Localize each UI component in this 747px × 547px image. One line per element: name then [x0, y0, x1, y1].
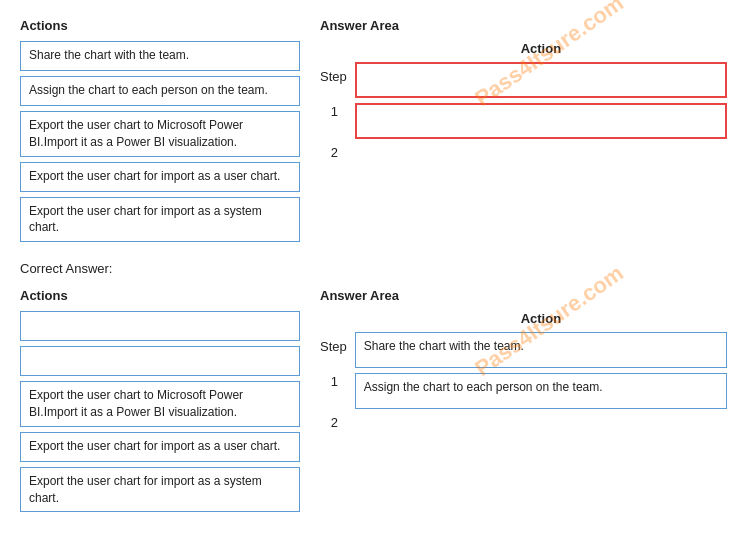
top-step-number-2: 2	[320, 145, 338, 160]
bottom-actions-col: Actions Export the user chart to Microso…	[20, 288, 300, 517]
bottom-answer-area: Step 1 2 Action Share the chart with the…	[320, 311, 727, 440]
bottom-action-item-0[interactable]	[20, 311, 300, 341]
bottom-step-number-1: 1	[320, 374, 338, 389]
top-step-row-1: 1	[320, 93, 347, 129]
bottom-answer-col: Answer Area Step 1 2 Action Share the ch…	[320, 288, 727, 517]
top-action-col-header: Action	[355, 41, 727, 56]
bottom-step-label: Step	[320, 339, 347, 354]
top-answer-header: Answer Area	[320, 18, 727, 33]
bottom-answer-box-1[interactable]: Share the chart with the team.	[355, 332, 727, 368]
top-section: Pass4Itsure.com Actions Share the chart …	[20, 18, 727, 247]
top-step-number-1: 1	[320, 104, 338, 119]
correct-label: Correct Answer:	[20, 261, 727, 276]
bottom-step-number-2: 2	[320, 415, 338, 430]
top-step-row-2: 2	[320, 134, 347, 170]
bottom-step-row-2: 2	[320, 404, 347, 440]
top-answer-boxes: Action	[355, 41, 727, 170]
top-step-label: Step	[320, 69, 347, 84]
page: Pass4Itsure.com Actions Share the chart …	[0, 0, 747, 547]
bottom-action-item-3[interactable]: Export the user chart for import as a us…	[20, 432, 300, 462]
top-answer-area: Step 1 2 Action	[320, 41, 727, 170]
bottom-action-item-2[interactable]: Export the user chart to Microsoft Power…	[20, 381, 300, 427]
top-action-item-1[interactable]: Assign the chart to each person on the t…	[20, 76, 300, 106]
bottom-answer-box-2[interactable]: Assign the chart to each person on the t…	[355, 373, 727, 409]
top-answer-box-2[interactable]	[355, 103, 727, 139]
bottom-action-item-1[interactable]	[20, 346, 300, 376]
bottom-step-row-1: 1	[320, 363, 347, 399]
top-answer-box-1[interactable]	[355, 62, 727, 98]
top-action-item-0[interactable]: Share the chart with the team.	[20, 41, 300, 71]
top-answer-col: Answer Area Step 1 2 Action	[320, 18, 727, 247]
bottom-answer-boxes: Action Share the chart with the team. As…	[355, 311, 727, 440]
top-action-item-2[interactable]: Export the user chart to Microsoft Power…	[20, 111, 300, 157]
top-actions-header: Actions	[20, 18, 300, 33]
top-actions-col: Actions Share the chart with the team. A…	[20, 18, 300, 247]
bottom-actions-header: Actions	[20, 288, 300, 303]
top-action-item-4[interactable]: Export the user chart for import as a sy…	[20, 197, 300, 243]
bottom-answer-header: Answer Area	[320, 288, 727, 303]
bottom-steps-col: Step 1 2	[320, 311, 347, 440]
top-action-item-3[interactable]: Export the user chart for import as a us…	[20, 162, 300, 192]
bottom-action-item-4[interactable]: Export the user chart for import as a sy…	[20, 467, 300, 513]
top-steps-col: Step 1 2	[320, 41, 347, 170]
bottom-section: Pass4Itsure.com Actions Export the user …	[20, 288, 727, 517]
bottom-action-col-header: Action	[355, 311, 727, 326]
